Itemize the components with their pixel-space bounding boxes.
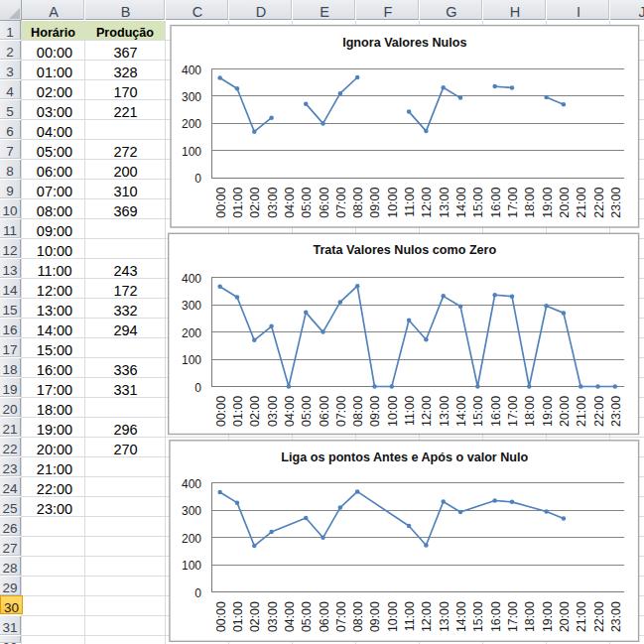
svg-text:13:00: 13:00 xyxy=(438,396,451,427)
svg-text:06:00: 06:00 xyxy=(318,601,331,632)
svg-text:20:00: 20:00 xyxy=(558,188,572,218)
svg-text:04:00: 04:00 xyxy=(283,601,297,632)
svg-text:01:00: 01:00 xyxy=(231,396,245,427)
svg-text:22:00: 22:00 xyxy=(592,188,606,218)
svg-text:200: 200 xyxy=(182,532,201,546)
svg-text:400: 400 xyxy=(182,272,201,286)
svg-text:16:00: 16:00 xyxy=(489,601,503,632)
svg-text:01:00: 01:00 xyxy=(231,601,245,632)
svg-text:100: 100 xyxy=(182,145,201,159)
svg-text:03:00: 03:00 xyxy=(266,601,280,632)
svg-text:12:00: 12:00 xyxy=(420,601,434,632)
svg-text:21:00: 21:00 xyxy=(575,396,588,427)
svg-text:04:00: 04:00 xyxy=(283,396,297,427)
svg-text:00:00: 00:00 xyxy=(214,396,228,427)
svg-text:02:00: 02:00 xyxy=(248,188,262,218)
svg-text:13:00: 13:00 xyxy=(438,601,451,632)
svg-text:08:00: 08:00 xyxy=(351,188,365,218)
svg-text:400: 400 xyxy=(182,477,201,491)
svg-text:06:00: 06:00 xyxy=(318,188,331,218)
svg-text:18:00: 18:00 xyxy=(523,601,537,632)
svg-text:19:00: 19:00 xyxy=(541,396,555,427)
svg-text:22:00: 22:00 xyxy=(592,396,606,427)
svg-text:22:00: 22:00 xyxy=(592,601,606,632)
svg-text:06:00: 06:00 xyxy=(318,396,331,427)
svg-text:05:00: 05:00 xyxy=(300,396,314,427)
svg-text:20:00: 20:00 xyxy=(558,601,572,632)
svg-text:20:00: 20:00 xyxy=(558,396,572,427)
svg-text:0: 0 xyxy=(194,172,201,186)
svg-text:07:00: 07:00 xyxy=(334,188,348,218)
svg-text:17:00: 17:00 xyxy=(506,188,520,218)
svg-text:08:00: 08:00 xyxy=(351,601,365,632)
svg-text:07:00: 07:00 xyxy=(334,601,348,632)
svg-text:23:00: 23:00 xyxy=(609,396,623,427)
svg-text:Ignora Valores Nulos: Ignora Valores Nulos xyxy=(342,36,466,50)
svg-text:11:00: 11:00 xyxy=(403,601,417,631)
svg-text:300: 300 xyxy=(182,504,201,518)
svg-text:11:00: 11:00 xyxy=(403,188,417,217)
svg-text:23:00: 23:00 xyxy=(609,188,623,218)
svg-text:07:00: 07:00 xyxy=(334,396,348,427)
svg-text:16:00: 16:00 xyxy=(489,188,503,218)
svg-text:03:00: 03:00 xyxy=(266,396,280,427)
svg-text:14:00: 14:00 xyxy=(454,396,468,427)
svg-text:0: 0 xyxy=(194,586,201,600)
svg-text:14:00: 14:00 xyxy=(454,188,468,218)
svg-text:09:00: 09:00 xyxy=(368,396,382,427)
svg-text:14:00: 14:00 xyxy=(454,601,468,632)
svg-text:00:00: 00:00 xyxy=(214,601,228,632)
svg-text:10:00: 10:00 xyxy=(386,601,400,632)
svg-text:17:00: 17:00 xyxy=(506,396,520,427)
svg-text:21:00: 21:00 xyxy=(575,601,588,632)
svg-text:18:00: 18:00 xyxy=(523,188,537,218)
svg-text:16:00: 16:00 xyxy=(489,396,503,427)
svg-text:05:00: 05:00 xyxy=(300,188,314,218)
svg-text:100: 100 xyxy=(182,353,201,367)
svg-text:300: 300 xyxy=(182,299,201,313)
svg-text:300: 300 xyxy=(182,90,201,104)
svg-text:15:00: 15:00 xyxy=(471,188,485,218)
svg-text:0: 0 xyxy=(194,381,201,395)
svg-text:15:00: 15:00 xyxy=(471,396,485,427)
svg-text:100: 100 xyxy=(182,559,201,573)
svg-text:10:00: 10:00 xyxy=(386,396,400,427)
svg-text:01:00: 01:00 xyxy=(231,188,245,218)
svg-text:05:00: 05:00 xyxy=(300,601,314,632)
svg-text:09:00: 09:00 xyxy=(368,601,382,632)
svg-text:12:00: 12:00 xyxy=(420,396,434,427)
svg-text:13:00: 13:00 xyxy=(438,188,451,218)
svg-text:02:00: 02:00 xyxy=(248,601,262,632)
svg-text:200: 200 xyxy=(182,326,201,340)
svg-text:19:00: 19:00 xyxy=(541,188,555,218)
svg-text:17:00: 17:00 xyxy=(506,601,520,632)
svg-text:200: 200 xyxy=(182,117,201,131)
svg-text:23:00: 23:00 xyxy=(609,601,623,632)
svg-text:19:00: 19:00 xyxy=(541,601,555,632)
svg-text:02:00: 02:00 xyxy=(248,396,262,427)
svg-text:11:00: 11:00 xyxy=(403,396,417,426)
svg-text:03:00: 03:00 xyxy=(266,188,280,218)
svg-text:400: 400 xyxy=(182,64,201,77)
svg-text:18:00: 18:00 xyxy=(523,396,537,427)
svg-text:Liga os pontos Antes e Após o: Liga os pontos Antes e Após o valor Nulo xyxy=(281,451,528,464)
svg-text:04:00: 04:00 xyxy=(283,188,297,218)
svg-text:21:00: 21:00 xyxy=(575,188,588,218)
svg-text:09:00: 09:00 xyxy=(368,188,382,218)
svg-text:08:00: 08:00 xyxy=(351,396,365,427)
svg-text:10:00: 10:00 xyxy=(386,188,400,218)
svg-text:Trata Valores Nulos como Zero: Trata Valores Nulos como Zero xyxy=(313,243,496,257)
svg-text:00:00: 00:00 xyxy=(214,188,228,218)
svg-text:15:00: 15:00 xyxy=(471,601,485,632)
svg-text:12:00: 12:00 xyxy=(420,188,434,218)
